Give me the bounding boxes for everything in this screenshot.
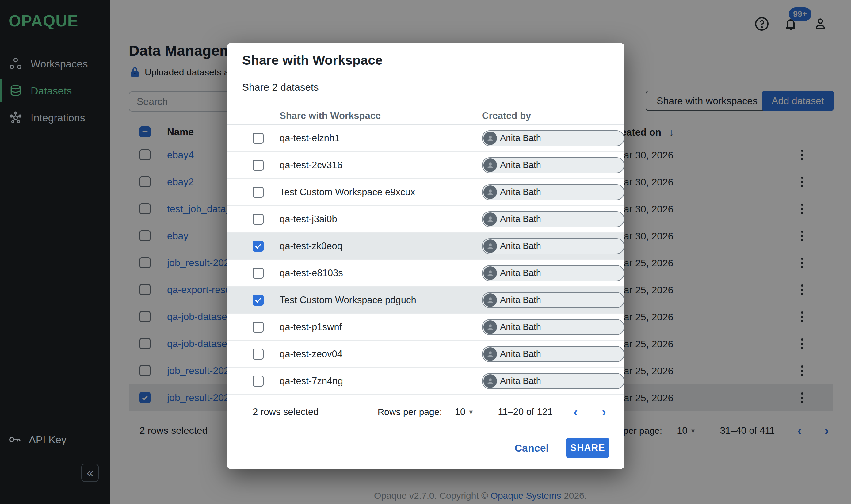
- created-by-chip: Anita Bath: [482, 346, 624, 362]
- dialog-pagination-bar: 2 rows selected Rows per page: 10 ▾ 11–2…: [227, 402, 624, 422]
- rows-per-page-label: Rows per page:: [378, 407, 442, 417]
- chevron-down-icon[interactable]: ▾: [469, 408, 473, 416]
- workspace-checkbox[interactable]: [253, 268, 264, 279]
- dialog-title: Share with Workspace: [242, 53, 383, 68]
- workspace-row-list: qa-test-elznh1 Anita Bath qa-test-2cv316…: [227, 125, 624, 395]
- integrations-icon: [8, 111, 23, 125]
- person-icon: [486, 349, 495, 359]
- sidebar: OPAQUE Workspaces Datasets Integrations …: [0, 0, 110, 504]
- avatar: [484, 131, 497, 145]
- rows-selected-summary: 2 rows selected: [253, 407, 319, 417]
- created-by-chip: Anita Bath: [482, 238, 624, 254]
- previous-page-icon[interactable]: ‹: [574, 406, 578, 418]
- created-by-chip: Anita Bath: [482, 211, 624, 227]
- avatar: [484, 374, 497, 388]
- created-by-name: Anita Bath: [500, 187, 541, 197]
- workspace-row: qa-test-elznh1 Anita Bath: [227, 125, 624, 152]
- dialog-table-header: Share with Workspace Created by: [227, 107, 624, 125]
- workspace-checkbox[interactable]: [253, 160, 264, 171]
- created-by-name: Anita Bath: [500, 241, 541, 251]
- column-header-workspace: Share with Workspace: [279, 110, 482, 121]
- dialog-actions: Cancel SHARE: [515, 438, 610, 458]
- created-by-name: Anita Bath: [500, 349, 541, 359]
- sidebar-item-datasets[interactable]: Datasets: [0, 77, 110, 104]
- person-icon: [486, 295, 495, 305]
- created-by-name: Anita Bath: [500, 376, 541, 386]
- rows-per-page-value[interactable]: 10: [455, 407, 465, 417]
- avatar: [484, 159, 497, 172]
- created-by-chip: Anita Bath: [482, 184, 624, 200]
- workspace-checkbox[interactable]: [253, 214, 264, 225]
- person-icon: [486, 241, 495, 251]
- created-by-chip: Anita Bath: [482, 265, 624, 281]
- share-with-workspace-dialog: Share with Workspace Share 2 datasets Sh…: [227, 43, 624, 469]
- avatar: [484, 266, 497, 280]
- sidebar-item-integrations[interactable]: Integrations: [0, 104, 110, 131]
- workspace-checkbox[interactable]: [253, 376, 264, 386]
- avatar: [484, 293, 497, 307]
- avatar: [484, 347, 497, 361]
- sidebar-item-api-key[interactable]: API Key: [0, 429, 110, 451]
- avatar: [484, 213, 497, 226]
- person-icon: [486, 134, 495, 143]
- workspace-row: qa-test-2cv316 Anita Bath: [227, 152, 624, 179]
- sidebar-item-label: Integrations: [31, 112, 85, 124]
- person-icon: [486, 215, 495, 224]
- workspace-name: Test Custom Workspace pdguch: [279, 294, 482, 306]
- workspace-name: qa-test-p1swnf: [279, 322, 482, 332]
- sidebar-item-workspaces[interactable]: Workspaces: [0, 50, 110, 77]
- workspace-name: qa-test-zk0eoq: [279, 241, 482, 252]
- opaque-logo: OPAQUE: [8, 12, 78, 30]
- created-by-name: Anita Bath: [500, 295, 541, 305]
- created-by-name: Anita Bath: [500, 322, 541, 332]
- avatar: [484, 239, 497, 253]
- created-by-chip: Anita Bath: [482, 373, 624, 389]
- sidebar-item-label: Datasets: [31, 85, 72, 97]
- workspace-row: Test Custom Workspace pdguch Anita Bath: [227, 287, 624, 313]
- person-icon: [486, 376, 495, 386]
- workspace-checkbox[interactable]: [253, 294, 264, 306]
- created-by-chip: Anita Bath: [482, 292, 624, 308]
- workspace-row: qa-test-p1swnf Anita Bath: [227, 313, 624, 341]
- collapse-icon: «: [87, 466, 93, 480]
- sidebar-item-label: API Key: [29, 434, 67, 446]
- workspace-name: qa-test-j3ai0b: [279, 214, 482, 225]
- created-by-chip: Anita Bath: [482, 319, 624, 335]
- workspaces-icon: [8, 57, 23, 71]
- workspace-row: Test Custom Workspace e9xcux Anita Bath: [227, 179, 624, 206]
- workspace-checkbox[interactable]: [253, 241, 264, 252]
- created-by-chip: Anita Bath: [482, 130, 624, 146]
- created-by-chip: Anita Bath: [482, 157, 624, 173]
- workspace-row: qa-test-zk0eoq Anita Bath: [227, 233, 624, 260]
- column-header-created-by: Created by: [482, 110, 624, 121]
- sidebar-item-label: Workspaces: [31, 58, 88, 70]
- next-page-icon[interactable]: ›: [602, 406, 606, 418]
- workspace-checkbox[interactable]: [253, 348, 264, 360]
- dialog-subtitle: Share 2 datasets: [242, 82, 319, 93]
- cancel-button[interactable]: Cancel: [515, 442, 549, 454]
- workspace-checkbox[interactable]: [253, 187, 264, 198]
- datasets-icon: [8, 84, 23, 98]
- pagination-range: 11–20 of 121: [498, 407, 553, 417]
- avatar: [484, 320, 497, 334]
- person-icon: [486, 161, 495, 170]
- share-button[interactable]: SHARE: [566, 438, 610, 458]
- key-icon: [7, 432, 23, 447]
- person-icon: [486, 187, 495, 197]
- sidebar-collapse-button[interactable]: «: [81, 464, 99, 482]
- created-by-name: Anita Bath: [500, 133, 541, 143]
- workspace-name: qa-test-7zn4ng: [279, 376, 482, 386]
- person-icon: [486, 323, 495, 332]
- workspace-checkbox[interactable]: [253, 133, 264, 144]
- workspace-checkbox[interactable]: [253, 322, 264, 332]
- person-icon: [486, 269, 495, 278]
- sidebar-nav: Workspaces Datasets Integrations: [0, 50, 110, 131]
- workspace-row: qa-test-e8103s Anita Bath: [227, 260, 624, 287]
- created-by-name: Anita Bath: [500, 160, 541, 170]
- workspace-name: qa-test-elznh1: [279, 133, 482, 144]
- workspace-name: Test Custom Workspace e9xcux: [279, 187, 482, 198]
- workspace-name: qa-test-e8103s: [279, 268, 482, 279]
- created-by-name: Anita Bath: [500, 268, 541, 278]
- workspace-row: qa-test-zeov04 Anita Bath: [227, 341, 624, 367]
- avatar: [484, 185, 497, 199]
